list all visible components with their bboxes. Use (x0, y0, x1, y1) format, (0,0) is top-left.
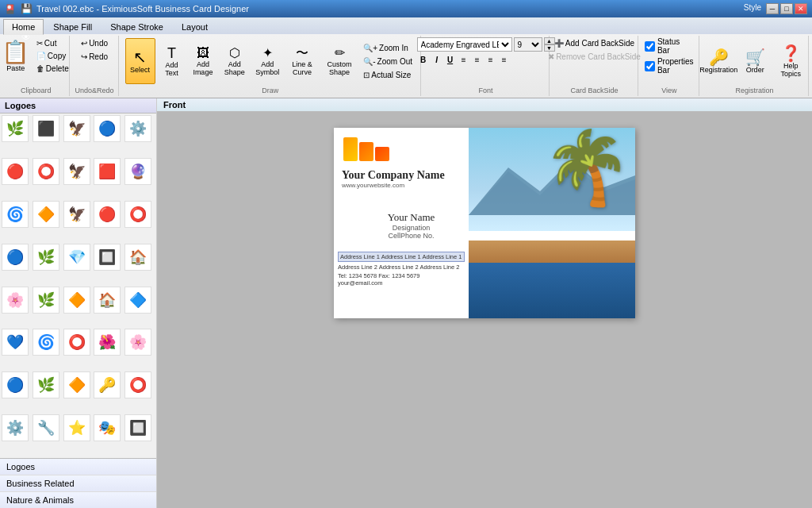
logo-item-12[interactable]: 🦅 (63, 201, 90, 228)
card-backside-label: Card BackSide (570, 85, 618, 94)
logo-item-39[interactable]: 🔲 (124, 414, 151, 441)
font-size-select[interactable]: 9 (514, 37, 542, 52)
bold-button[interactable]: B (417, 53, 430, 66)
close-button[interactable]: ✕ (795, 3, 807, 14)
logo-item-24[interactable]: 🔷 (124, 287, 151, 314)
logo-item-7[interactable]: 🦅 (63, 158, 90, 185)
logo-item-10[interactable]: 🌀 (2, 201, 29, 228)
logo-item-21[interactable]: 🌿 (33, 287, 59, 314)
registration-button[interactable]: 🔑 Registration (699, 38, 737, 84)
canvas-workspace[interactable]: 🌴 Your Company Name www.yourwebsite.com … (157, 112, 812, 508)
clipboard-label: Clipboard (21, 85, 52, 94)
tab-home[interactable]: Home (3, 19, 44, 35)
logo-item-18[interactable]: 🔲 (94, 244, 121, 271)
properties-bar-check[interactable]: Properties Bar (645, 57, 694, 75)
palm-tree-icon: 🌴 (542, 132, 631, 203)
logo-item-13[interactable]: 🔴 (94, 201, 121, 228)
logo-item-31[interactable]: 🌿 (33, 371, 59, 398)
line-curve-button[interactable]: 〜 Line & Curve (285, 38, 319, 84)
align-left-button[interactable]: ≡ (458, 53, 470, 66)
logo-item-5[interactable]: 🔴 (2, 158, 29, 185)
logo-item-0[interactable]: 🌿 (2, 115, 29, 142)
logo-item-11[interactable]: 🔶 (33, 201, 59, 228)
logo-item-17[interactable]: 💎 (63, 244, 90, 271)
logo-item-34[interactable]: ⭕ (124, 371, 151, 398)
redo-button[interactable]: ↪ Redo (78, 51, 111, 63)
logo-item-27[interactable]: ⭕ (63, 329, 90, 356)
reg-content: 🔑 Registration 🛒 Order ❓ Help Topics (699, 37, 809, 85)
italic-button[interactable]: I (431, 53, 443, 66)
tab-layout[interactable]: Layout (173, 19, 216, 34)
remove-card-backside-button[interactable]: ✖ Remove Card BackSide (545, 51, 644, 63)
canvas-area: Front 🌴 (157, 98, 812, 508)
add-card-backside-button[interactable]: ➕ Add Card BackSide (551, 37, 638, 49)
logo-item-2[interactable]: 🦅 (63, 115, 90, 142)
qa-save[interactable]: 💾 (19, 2, 33, 16)
logo-item-38[interactable]: 🎭 (94, 414, 121, 441)
logo-item-23[interactable]: 🏠 (94, 287, 121, 314)
delete-button[interactable]: 🗑 Delete (33, 63, 72, 75)
paste-icon: 📋 (2, 41, 29, 64)
undo-button[interactable]: ↩ Undo (78, 37, 111, 49)
undo-redo-group: ↩ Undo ↪ Redo Undo&Redo (71, 36, 119, 96)
logo-item-14[interactable]: ⭕ (124, 201, 151, 228)
align-justify-button[interactable]: ≡ (498, 53, 511, 66)
registration-label-group: Registration (735, 85, 773, 94)
tab-shape-stroke[interactable]: Shape Stroke (102, 19, 172, 34)
clipboard-secondary: ✂ Cut 📄 Copy 🗑 Delete (33, 37, 72, 85)
logo-item-6[interactable]: ⭕ (33, 158, 59, 185)
add-shape-button[interactable]: ⬡ Add Shape (220, 38, 249, 84)
actual-size-button[interactable]: ⊡ Actual Size (360, 69, 416, 81)
add-text-button[interactable]: T Add Text (158, 38, 186, 84)
logo-item-4[interactable]: ⚙️ (124, 115, 151, 142)
add-text-icon: T (167, 46, 176, 60)
zoom-out-button[interactable]: 🔍- Zoom Out (360, 56, 416, 67)
sidebar-nature[interactable]: Nature & Animals (0, 492, 156, 508)
logo-item-33[interactable]: 🔑 (94, 371, 121, 398)
logo-item-16[interactable]: 🌿 (33, 244, 59, 271)
logo-item-3[interactable]: 🔵 (94, 115, 121, 142)
font-name-select[interactable]: Academy Engraved LE (417, 37, 512, 52)
logo-item-26[interactable]: 🌀 (33, 329, 59, 356)
zoom-in-button[interactable]: 🔍+ Zoom In (360, 42, 416, 54)
properties-bar-checkbox[interactable] (645, 61, 655, 71)
status-bar-check[interactable]: Status Bar (645, 37, 694, 55)
copy-button[interactable]: 📄 Copy (33, 50, 72, 62)
logo-item-36[interactable]: 🔧 (33, 414, 59, 441)
maximize-button[interactable]: □ (780, 3, 793, 14)
logo-item-9[interactable]: 🔮 (124, 158, 151, 185)
logo-item-37[interactable]: ⭐ (63, 414, 90, 441)
registration-icon: 🔑 (709, 49, 729, 65)
cut-button[interactable]: ✂ Cut (33, 37, 72, 49)
logo-item-28[interactable]: 🌺 (94, 329, 121, 356)
tab-shape-fill[interactable]: Shape Fill (44, 19, 101, 34)
status-bar-checkbox[interactable] (645, 41, 655, 52)
underline-button[interactable]: U (444, 53, 457, 66)
add-symbol-button[interactable]: ✦ Add Symbol (251, 38, 283, 84)
order-button[interactable]: 🛒 Order (741, 38, 769, 84)
logo-item-35[interactable]: ⚙️ (2, 414, 29, 441)
logo-item-15[interactable]: 🔵 (2, 244, 29, 271)
align-right-button[interactable]: ≡ (485, 53, 497, 66)
add-image-button[interactable]: 🖼 Add Image (189, 38, 218, 84)
logo-item-29[interactable]: 🌸 (124, 329, 151, 356)
sidebar-business[interactable]: Business Related (0, 475, 156, 492)
align-center-button[interactable]: ≡ (471, 53, 484, 66)
font-selector-row: Academy Engraved LE 9 ▲ ▼ (417, 37, 555, 52)
logo-item-25[interactable]: 💙 (2, 329, 29, 356)
minimize-button[interactable]: ─ (766, 3, 779, 14)
logo-item-19[interactable]: 🏠 (124, 244, 151, 271)
select-button[interactable]: ↖ Select (125, 38, 155, 84)
logo-item-20[interactable]: 🌸 (2, 287, 29, 314)
help-topics-button[interactable]: ❓ Help Topics (772, 38, 809, 84)
logo-item-1[interactable]: ⬛ (33, 115, 59, 142)
custom-shape-button[interactable]: ✏ Custom Shape (321, 38, 358, 84)
logo-item-22[interactable]: 🔶 (63, 287, 90, 314)
logo-item-8[interactable]: 🟥 (94, 158, 121, 185)
logo-item-32[interactable]: 🔶 (63, 371, 90, 398)
paste-button[interactable]: 📋 Paste (0, 37, 32, 85)
app-title: Travel 002.ebc - EximiousSoft Business C… (36, 4, 249, 13)
logo-item-30[interactable]: 🔵 (2, 371, 29, 398)
sidebar-logoes[interactable]: Logoes (0, 459, 156, 475)
business-card[interactable]: 🌴 Your Company Name www.yourwebsite.com … (334, 128, 635, 318)
